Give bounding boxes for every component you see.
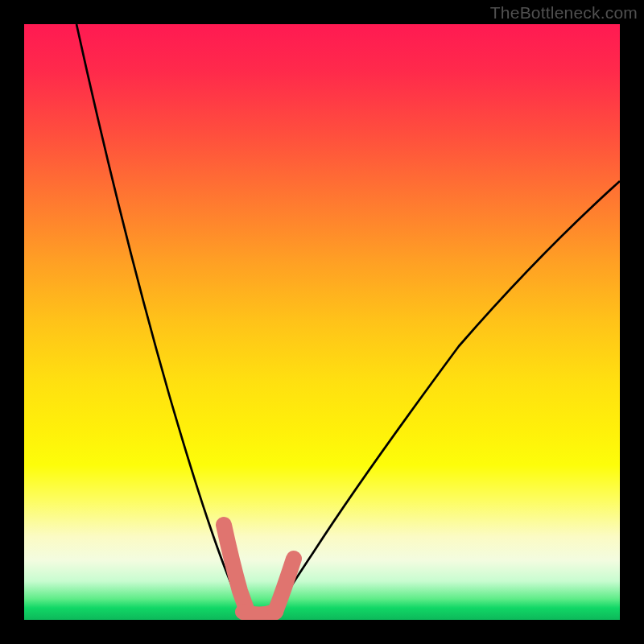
gradient-plot-area	[24, 24, 620, 620]
curve-svg	[24, 24, 620, 620]
outer-frame: TheBottleneck.com	[0, 0, 644, 644]
right-branch-curve	[275, 181, 620, 612]
thick-overlay-right	[275, 559, 294, 612]
thick-overlay-left	[224, 525, 248, 613]
watermark-text: TheBottleneck.com	[490, 3, 638, 23]
